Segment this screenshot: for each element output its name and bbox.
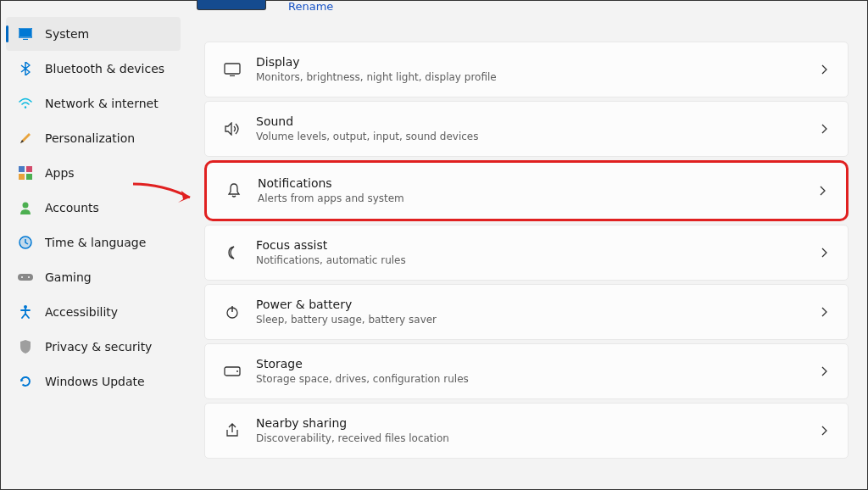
chevron-right-icon <box>817 426 831 436</box>
bell-icon <box>217 183 251 198</box>
device-preview-image <box>197 0 266 10</box>
sound-icon <box>215 122 249 136</box>
sidebar-item-system[interactable]: System <box>6 17 181 51</box>
svg-rect-11 <box>18 274 33 281</box>
card-desc: Volume levels, output, input, sound devi… <box>256 130 817 144</box>
card-desc: Discoverability, received files location <box>256 432 817 446</box>
paint-icon <box>18 131 33 146</box>
card-title: Sound <box>256 114 817 129</box>
setting-card-storage[interactable]: Storage Storage space, drives, configura… <box>204 343 849 399</box>
sidebar-item-label: Apps <box>45 166 75 180</box>
sidebar-item-label: System <box>45 27 89 41</box>
card-desc: Monitors, brightness, night light, displ… <box>256 70 817 85</box>
wifi-icon <box>18 96 33 111</box>
card-desc: Notifications, automatic rules <box>256 253 817 268</box>
sidebar-item-label: Network & internet <box>45 97 159 110</box>
sidebar-item-label: Accessibility <box>45 305 118 319</box>
sidebar-item-label: Bluetooth & devices <box>45 62 164 75</box>
card-title: Power & battery <box>256 297 817 312</box>
sidebar-item-label: Windows Update <box>45 375 145 388</box>
sidebar-item-personalization[interactable]: Personalization <box>6 121 181 155</box>
svg-rect-6 <box>19 174 25 180</box>
sidebar-item-accessibility[interactable]: Accessibility <box>6 295 181 329</box>
svg-rect-4 <box>19 166 25 172</box>
share-icon <box>215 423 249 438</box>
svg-point-12 <box>21 276 23 278</box>
system-icon <box>18 26 33 42</box>
update-icon <box>18 374 33 389</box>
rename-link[interactable]: Rename <box>288 0 333 13</box>
accounts-icon <box>18 200 33 215</box>
sidebar-item-label: Personalization <box>45 131 135 145</box>
accessibility-icon <box>18 304 33 320</box>
chevron-right-icon <box>817 248 831 258</box>
setting-card-display[interactable]: Display Monitors, brightness, night ligh… <box>204 42 849 97</box>
sidebar-item-label: Privacy & security <box>45 340 152 354</box>
card-title: Storage <box>256 356 817 371</box>
card-desc: Alerts from apps and system <box>258 192 815 206</box>
setting-card-notifications[interactable]: Notifications Alerts from apps and syste… <box>204 160 849 221</box>
sidebar-item-label: Time & language <box>45 236 146 249</box>
sidebar-item-apps[interactable]: Apps <box>6 156 181 190</box>
settings-main-content: Display Monitors, brightness, night ligh… <box>186 1 867 489</box>
svg-point-20 <box>236 370 238 372</box>
moon-icon <box>215 246 249 259</box>
card-desc: Sleep, battery usage, battery saver <box>256 313 817 327</box>
storage-icon <box>215 366 249 376</box>
apps-icon <box>18 165 33 181</box>
svg-point-13 <box>28 276 30 278</box>
svg-point-8 <box>23 203 29 209</box>
shield-icon <box>18 339 33 354</box>
sidebar-item-network[interactable]: Network & internet <box>6 86 181 120</box>
chevron-right-icon <box>817 307 831 317</box>
svg-rect-5 <box>26 166 32 172</box>
setting-card-nearby[interactable]: Nearby sharing Discoverability, received… <box>204 403 849 459</box>
setting-card-focus[interactable]: Focus assist Notifications, automatic ru… <box>204 225 849 281</box>
setting-card-sound[interactable]: Sound Volume levels, output, input, soun… <box>204 101 849 157</box>
chevron-right-icon <box>817 64 831 75</box>
bluetooth-icon <box>18 61 33 76</box>
sidebar-item-gaming[interactable]: Gaming <box>6 260 181 294</box>
sidebar-item-label: Gaming <box>45 270 92 284</box>
card-title: Focus assist <box>256 237 817 253</box>
sidebar-item-accounts[interactable]: Accounts <box>6 191 181 225</box>
sidebar-item-privacy[interactable]: Privacy & security <box>6 330 181 364</box>
chevron-right-icon <box>815 186 829 196</box>
sidebar-item-update[interactable]: Windows Update <box>6 365 181 398</box>
time-icon <box>18 235 33 250</box>
settings-sidebar: System Bluetooth & devices Network & int… <box>1 1 186 489</box>
card-title: Notifications <box>258 175 815 191</box>
card-desc: Storage space, drives, configuration rul… <box>256 372 817 387</box>
sidebar-item-time[interactable]: Time & language <box>6 226 181 259</box>
chevron-right-icon <box>817 124 831 134</box>
display-icon <box>215 63 249 76</box>
svg-rect-7 <box>26 174 32 180</box>
gaming-icon <box>18 270 33 285</box>
chevron-right-icon <box>817 366 831 376</box>
setting-card-power[interactable]: Power & battery Sleep, battery usage, ba… <box>204 284 849 340</box>
card-title: Nearby sharing <box>256 415 817 431</box>
power-icon <box>215 305 249 319</box>
svg-rect-15 <box>225 64 240 74</box>
sidebar-item-bluetooth[interactable]: Bluetooth & devices <box>6 52 181 86</box>
svg-point-3 <box>25 106 26 108</box>
card-title: Display <box>256 54 817 70</box>
svg-rect-1 <box>19 29 31 36</box>
sidebar-item-label: Accounts <box>45 201 99 214</box>
